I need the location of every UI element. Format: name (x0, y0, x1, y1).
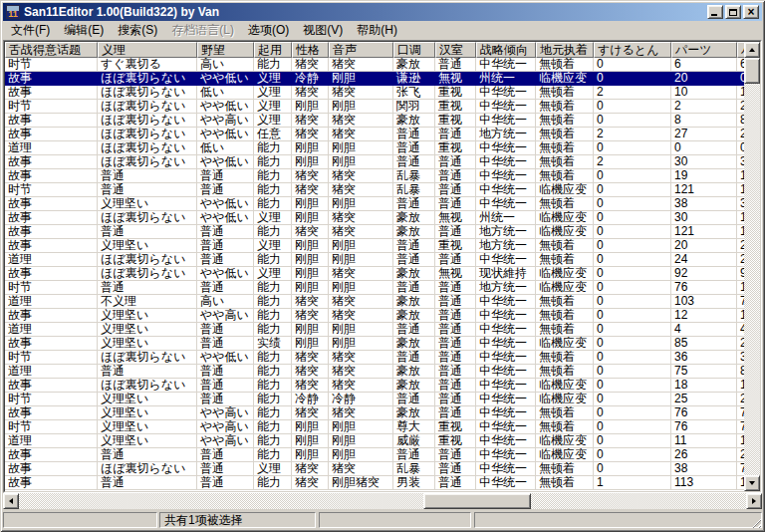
table-row[interactable]: 故事ほぼ裏切らないやや低い能力刚胆刚胆普通普通中华统一無顿着23030 (5, 155, 744, 169)
cell: 乱暴 (393, 169, 435, 182)
table-row[interactable]: 时节ほぼ裏切らないやや低い能力猪突猪突普通普通中华统一無顿着03636 (5, 351, 744, 365)
cell: 普通 (435, 309, 476, 322)
column-header-1[interactable]: 舌战得意话题 (5, 42, 98, 58)
cell: 無顿着 (536, 155, 594, 168)
cell: 普通 (435, 155, 476, 168)
cell: 26 (737, 448, 744, 461)
cell: 2 (594, 128, 671, 140)
cell: 刚胆 (292, 448, 329, 461)
cell: 無顿着 (536, 128, 594, 140)
cell: やや高い (197, 434, 254, 447)
cell: 道理 (5, 295, 98, 308)
cell: 0 (594, 225, 671, 238)
table-row[interactable]: 故事ほぼ裏切らない普通义理猪突猪突乱暴普通中华统一無顿着03874 (5, 462, 744, 476)
cell: 0 (594, 295, 671, 308)
cell: 故事 (5, 197, 98, 210)
column-header-8[interactable]: 汉室 (435, 42, 476, 58)
column-header-7[interactable]: 口调 (393, 42, 435, 58)
cell: 0 (594, 351, 671, 364)
cell: 中华统一 (476, 183, 536, 196)
table-row-selected[interactable]: 故事ほぼ裏切らないやや低い义理冷静刚胆谦逊無视州统一临機应变0200 (5, 72, 744, 86)
cell: 义理 (254, 72, 292, 85)
table-row[interactable]: 故事义理坚いやや低い能力刚胆刚胆普通普通中华统一無顿着03838 (5, 197, 744, 211)
cell: 普通 (435, 169, 476, 182)
table-row[interactable]: 故事ほぼ裏切らないやや低い任意猪突猪突普通普通地方统一無顿着22727 (5, 128, 744, 141)
cell: 中华统一 (476, 337, 536, 350)
menu-item-options[interactable]: 选项(O) (241, 20, 296, 41)
table-row[interactable]: 故事ほぼ裏切らない普通能力猪突猪突豪放普通中华统一临機应变01818 (5, 379, 744, 393)
scroll-left-button[interactable] (3, 493, 19, 509)
cell: 0 (594, 72, 671, 85)
table-row[interactable]: 故事ほぼ裏切らない低い义理猪突猪突张飞重视中华统一無顿着21010 (5, 86, 744, 100)
table-row[interactable]: 故事普通普通能力猪突猪突豪放普通地方统一临機应变012110 (5, 225, 744, 239)
table-row[interactable]: 时节普通普通能力猪突猪突乱暴普通中华统一临機应变012112 (5, 183, 744, 197)
cell: 0 (594, 323, 671, 336)
table-row[interactable]: 故事义理坚いやや高い能力猪突猪突豪放普通中华统一無顿着01212 (5, 309, 744, 323)
title-bar[interactable]: 11 San11Editor 1.00(Build322) by Van × (3, 3, 762, 21)
horizontal-scroll-thumb[interactable] (423, 493, 531, 509)
column-header-12[interactable]: パーツ (671, 42, 737, 58)
cell: 刚胆 (292, 434, 329, 447)
menu-item-search[interactable]: 搜索(S) (111, 20, 164, 41)
cell: 猪突 (292, 476, 329, 489)
cell: 临機应变 (536, 434, 594, 447)
column-header-6[interactable]: 音声 (329, 42, 393, 58)
table-row[interactable]: 道理不义理高い能力猪突猪突豪放普通中华统一無顿着010379 (5, 295, 744, 309)
cell: 故事 (5, 72, 98, 85)
column-header-4[interactable]: 起用 (254, 42, 292, 58)
table-row[interactable]: 道理义理坚い普通能力刚胆刚胆普通普通中华统一無顿着044 (5, 323, 744, 337)
table-row[interactable]: 故事普通普通能力猪突刚胆猪突男装普通中华统一無顿着111311 (5, 476, 744, 490)
cell: 猪突 (329, 365, 393, 378)
menu-item-view[interactable]: 视图(V) (296, 20, 350, 41)
table-row[interactable]: 时节すぐ裏切る高い能力猪突猪突豪放普通中华统一無顿着066 (5, 58, 744, 72)
horizontal-scrollbar[interactable] (3, 493, 762, 509)
table-row[interactable]: 道理义理坚いやや高い能力刚胆刚胆威厳重视中华统一临機应变01111 (5, 434, 744, 448)
table-row[interactable]: 故事义理坚い普通义理刚胆刚胆普通重视地方统一無顿着02020 (5, 239, 744, 253)
menu-item-file[interactable]: 文件(F) (4, 20, 57, 41)
table-row[interactable]: 故事ほぼ裏切らないやや低い义理刚胆猪突豪放無视现状維持临機应变09292 (5, 267, 744, 281)
column-header-13[interactable]: パ (737, 42, 744, 58)
minimize-button[interactable] (707, 5, 723, 19)
menu-item-help[interactable]: 帮助(H) (350, 20, 404, 41)
cell: 無顿着 (536, 169, 594, 182)
table-row[interactable]: 道理普通普通能力猪突猪突豪放普通中华统一無顿着07583 (5, 365, 744, 379)
table-row[interactable]: 故事普通普通能力猪突猪突乱暴普通中华统一無顿着01919 (5, 169, 744, 183)
cell: ほぼ裏切らない (98, 155, 197, 168)
cell: 故事 (5, 239, 98, 252)
table-row[interactable]: 时节ほぼ裏切らないやや低い义理刚胆刚胆関羽重视中华统一無顿着022 (5, 100, 744, 114)
table-row[interactable]: 故事ほぼ裏切らないやや高い义理猪突猪突豪放重视中华统一無顿着088 (5, 114, 744, 128)
cell: 故事 (5, 267, 98, 280)
column-header-5[interactable]: 性格 (292, 42, 329, 58)
menu-item-edit[interactable]: 编辑(E) (57, 20, 111, 41)
cell: 普通 (98, 169, 197, 182)
table-row[interactable]: 故事ほぼ裏切らないやや低い义理刚胆猪突豪放無视州统一临機应变03019 (5, 211, 744, 225)
column-header-10[interactable]: 地元执着 (536, 42, 594, 58)
vertical-scrollbar[interactable] (744, 42, 760, 491)
cell: 刚胆 (329, 337, 393, 350)
cell: 猪突 (329, 462, 393, 475)
cell: 0 (737, 141, 744, 154)
column-header-11[interactable]: すけるとん (594, 42, 671, 58)
column-header-3[interactable]: 野望 (197, 42, 254, 58)
app-icon[interactable]: 11 (6, 5, 20, 19)
column-header-9[interactable]: 战略倾向 (476, 42, 536, 58)
table-row[interactable]: 故事义理坚い普通实绩刚胆刚胆豪放普通中华统一临機应变08523 (5, 337, 744, 351)
scroll-right-button[interactable] (746, 493, 762, 509)
scroll-down-button[interactable] (744, 475, 760, 491)
table-row[interactable]: 时节义理坚い普通能力冷静冷静普通普通中华统一临機应变02525 (5, 393, 744, 406)
table-row[interactable]: 时节普通普通能力刚胆刚胆普通普通地方统一临機应变07612 (5, 281, 744, 295)
table-row[interactable]: 道理ほぼ裏切らない普通能力刚胆刚胆普通普通中华统一無顿着02424 (5, 253, 744, 267)
table-row[interactable]: 故事义理坚いやや高い能力猪突猪突豪放普通中华统一無顿着07676 (5, 406, 744, 420)
scroll-up-button[interactable] (744, 42, 760, 58)
column-header-2[interactable]: 义理 (98, 42, 197, 58)
table-row[interactable]: 故事普通普通能力刚胆刚胆普通普通中华统一临機应变02626 (5, 448, 744, 462)
table-row[interactable]: 时节义理坚いやや高い能力刚胆刚胆尊大重视中华统一無顿着07676 (5, 420, 744, 434)
cell: 無顿着 (536, 253, 594, 266)
cell: 中华统一 (476, 406, 536, 419)
maximize-button[interactable] (725, 5, 741, 19)
cell: 0 (671, 141, 737, 154)
table-row[interactable]: 道理ほぼ裏切らない低い能力刚胆刚胆普通重视中华统一無顿着000 (5, 141, 744, 155)
vertical-scroll-thumb[interactable] (744, 58, 760, 84)
close-button[interactable]: × (743, 5, 759, 19)
cell: 中华统一 (476, 365, 536, 378)
